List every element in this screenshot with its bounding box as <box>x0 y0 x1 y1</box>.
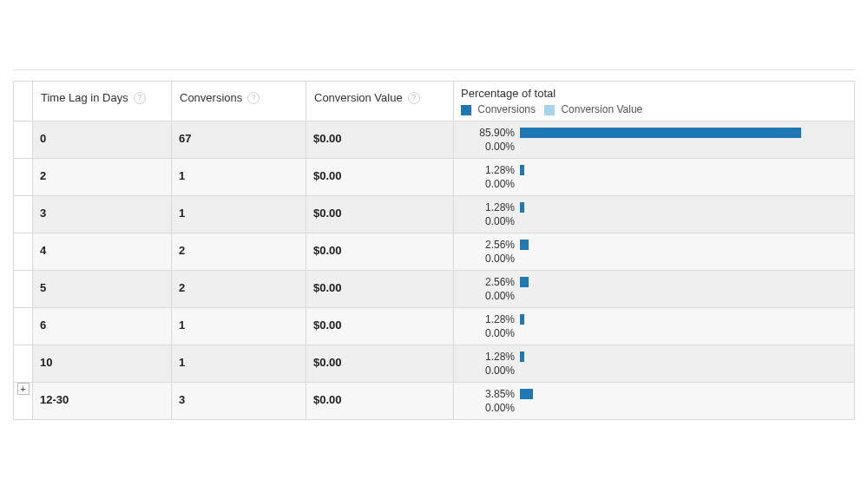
cell-conversions: 1 <box>172 196 306 233</box>
legend-item-conversions: Conversions <box>461 103 536 115</box>
cell-percentage: 3.85%0.00% <box>454 383 855 420</box>
cell-conversions: 1 <box>172 345 306 383</box>
pct-row: 3.85% <box>461 388 847 400</box>
table-row: 42$0.002.56%0.00% <box>14 233 855 271</box>
pct-bar-track <box>520 277 847 287</box>
table-row: 067$0.0085.90%0.00% <box>14 122 855 159</box>
bar-conversions <box>520 128 801 138</box>
pct-label: 0.00% <box>461 141 515 153</box>
cell-conversions: 67 <box>172 122 306 159</box>
pct-bar-track <box>520 128 847 138</box>
pct-label: 2.56% <box>461 239 515 251</box>
pct-row: 0.00% <box>461 327 847 339</box>
expand-cell <box>14 196 33 233</box>
pct-row: 2.56% <box>461 276 847 288</box>
pct-row: 1.28% <box>461 201 847 213</box>
pct-label: 0.00% <box>461 364 515 377</box>
table-row: 61$0.001.28%0.00% <box>14 308 855 345</box>
pct-row: 1.28% <box>461 351 847 363</box>
cell-percentage: 1.28%0.00% <box>454 345 855 383</box>
legend-label-conversion-value: Conversion Value <box>561 103 642 115</box>
pct-legend: Conversions Conversion Value <box>461 103 847 115</box>
bar-conversions <box>520 314 524 325</box>
help-icon[interactable]: ? <box>134 92 146 104</box>
pct-row: 1.28% <box>461 164 847 176</box>
cell-time-lag: 10 <box>33 345 172 383</box>
col-conversion-value-header[interactable]: Conversion Value ? <box>306 82 454 122</box>
cell-conversion-value: $0.00 <box>306 159 454 196</box>
table-row: 21$0.001.28%0.00% <box>14 159 855 196</box>
pct-label: 2.56% <box>461 276 515 288</box>
expand-cell <box>14 159 33 196</box>
bar-conversions <box>520 165 524 175</box>
pct-row: 0.00% <box>461 141 847 153</box>
pct-row: 85.90% <box>461 127 847 139</box>
legend-swatch-conversions <box>461 105 471 115</box>
cell-conversion-value: $0.00 <box>306 271 454 308</box>
expand-row-button[interactable]: + <box>17 383 30 395</box>
pct-bar-track <box>520 291 847 301</box>
cell-conversion-value: $0.00 <box>306 345 454 383</box>
pct-label: 0.00% <box>461 215 515 227</box>
pct-bar-track <box>520 141 847 152</box>
pct-label: 1.28% <box>461 313 515 325</box>
col-pct-title: Percentage of total <box>461 87 847 100</box>
pct-row: 0.00% <box>461 178 847 190</box>
pct-row: 0.00% <box>461 215 847 227</box>
expand-cell <box>14 345 33 383</box>
col-conversion-value-label: Conversion Value <box>314 91 403 104</box>
cell-percentage: 1.28%0.00% <box>454 159 855 196</box>
help-icon[interactable]: ? <box>247 92 260 104</box>
cell-time-lag: 4 <box>33 233 172 271</box>
cell-percentage: 1.28%0.00% <box>454 196 855 233</box>
bar-conversions <box>520 240 529 250</box>
col-expand-header <box>14 82 33 122</box>
table-row: 31$0.001.28%0.00% <box>14 196 855 233</box>
col-time-lag-header[interactable]: Time Lag in Days ? <box>33 82 172 122</box>
bar-conversions <box>520 277 529 287</box>
cell-time-lag: 6 <box>33 308 172 345</box>
cell-percentage: 85.90%0.00% <box>454 122 855 159</box>
pct-label: 3.85% <box>461 388 515 400</box>
bar-conversions <box>520 202 524 213</box>
pct-label: 0.00% <box>461 178 515 190</box>
pct-bar-track <box>520 240 847 250</box>
cell-time-lag: 3 <box>33 196 172 233</box>
time-lag-report: Time Lag in Days ? Conversions ? Convers… <box>0 0 868 420</box>
pct-label: 0.00% <box>461 253 515 265</box>
pct-bar-track <box>520 179 847 189</box>
cell-conversions: 1 <box>172 159 306 196</box>
cell-time-lag: 12-30 <box>33 383 172 420</box>
cell-conversion-value: $0.00 <box>306 308 454 345</box>
col-pct-header: Percentage of total Conversions Conversi… <box>454 82 855 122</box>
legend-label-conversions: Conversions <box>477 103 536 115</box>
bar-conversions <box>520 389 533 399</box>
pct-bar-track <box>520 389 847 399</box>
cell-conversions: 1 <box>172 308 306 345</box>
col-time-lag-label: Time Lag in Days <box>41 91 128 104</box>
table-row: +12-303$0.003.85%0.00% <box>14 383 855 420</box>
divider <box>13 69 855 70</box>
bar-conversions <box>520 351 524 362</box>
pct-row: 0.00% <box>461 364 847 377</box>
cell-conversion-value: $0.00 <box>306 383 454 420</box>
pct-bar-track <box>520 216 847 227</box>
cell-conversions: 2 <box>172 271 306 308</box>
pct-label: 0.00% <box>461 327 515 339</box>
cell-percentage: 2.56%0.00% <box>454 271 855 308</box>
pct-bar-track <box>520 202 847 213</box>
col-conversions-header[interactable]: Conversions ? <box>172 82 306 122</box>
cell-conversion-value: $0.00 <box>306 233 454 271</box>
cell-conversion-value: $0.00 <box>306 122 454 159</box>
cell-conversions: 3 <box>172 383 306 420</box>
pct-label: 0.00% <box>461 402 515 414</box>
expand-cell[interactable]: + <box>14 383 33 420</box>
pct-bar-track <box>520 165 847 175</box>
help-icon[interactable]: ? <box>408 92 420 104</box>
pct-row: 0.00% <box>461 290 847 302</box>
table-row: 52$0.002.56%0.00% <box>14 271 855 308</box>
pct-label: 1.28% <box>461 351 515 363</box>
pct-bar-track <box>520 328 847 338</box>
cell-time-lag: 5 <box>33 271 172 308</box>
expand-cell <box>14 122 33 159</box>
